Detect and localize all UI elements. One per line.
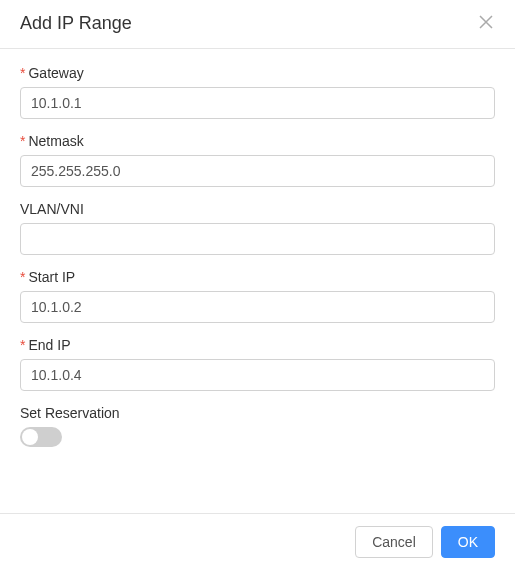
required-mark: * <box>20 269 25 285</box>
dialog-title: Add IP Range <box>20 13 132 34</box>
gateway-label-text: Gateway <box>28 65 83 81</box>
reservation-field: Set Reservation <box>20 405 495 447</box>
startip-label: *Start IP <box>20 269 495 285</box>
reservation-label: Set Reservation <box>20 405 495 421</box>
gateway-input[interactable] <box>20 87 495 119</box>
required-mark: * <box>20 133 25 149</box>
required-mark: * <box>20 337 25 353</box>
toggle-knob <box>22 429 38 445</box>
add-ip-range-dialog: Add IP Range *Gateway *Netmask VLAN/VNI … <box>0 0 515 570</box>
dialog-header: Add IP Range <box>0 0 515 49</box>
gateway-label: *Gateway <box>20 65 495 81</box>
netmask-label-text: Netmask <box>28 133 83 149</box>
endip-input[interactable] <box>20 359 495 391</box>
close-icon[interactable] <box>477 12 495 34</box>
endip-label-text: End IP <box>28 337 70 353</box>
dialog-footer: Cancel OK <box>0 513 515 570</box>
dialog-body: *Gateway *Netmask VLAN/VNI *Start IP *En… <box>0 49 515 513</box>
reservation-toggle[interactable] <box>20 427 62 447</box>
vlan-field: VLAN/VNI <box>20 201 495 255</box>
startip-label-text: Start IP <box>28 269 75 285</box>
startip-input[interactable] <box>20 291 495 323</box>
ok-button[interactable]: OK <box>441 526 495 558</box>
vlan-input[interactable] <box>20 223 495 255</box>
endip-label: *End IP <box>20 337 495 353</box>
endip-field: *End IP <box>20 337 495 391</box>
netmask-field: *Netmask <box>20 133 495 187</box>
gateway-field: *Gateway <box>20 65 495 119</box>
required-mark: * <box>20 65 25 81</box>
netmask-input[interactable] <box>20 155 495 187</box>
vlan-label: VLAN/VNI <box>20 201 495 217</box>
startip-field: *Start IP <box>20 269 495 323</box>
netmask-label: *Netmask <box>20 133 495 149</box>
cancel-button[interactable]: Cancel <box>355 526 433 558</box>
